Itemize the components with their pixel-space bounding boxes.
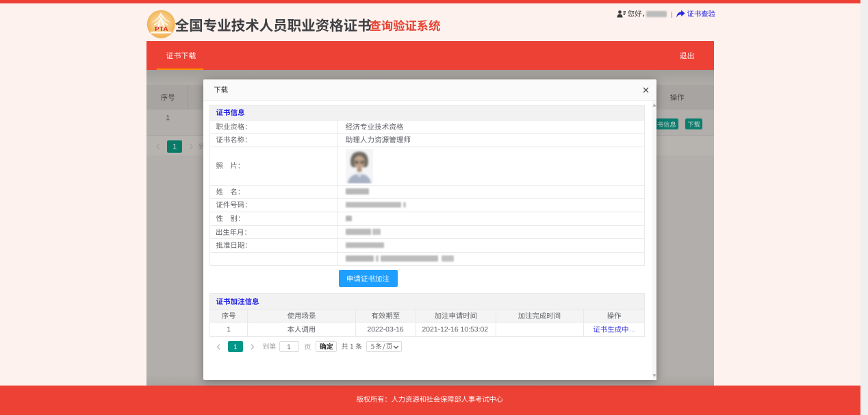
- svg-text:PTA: PTA: [155, 25, 168, 32]
